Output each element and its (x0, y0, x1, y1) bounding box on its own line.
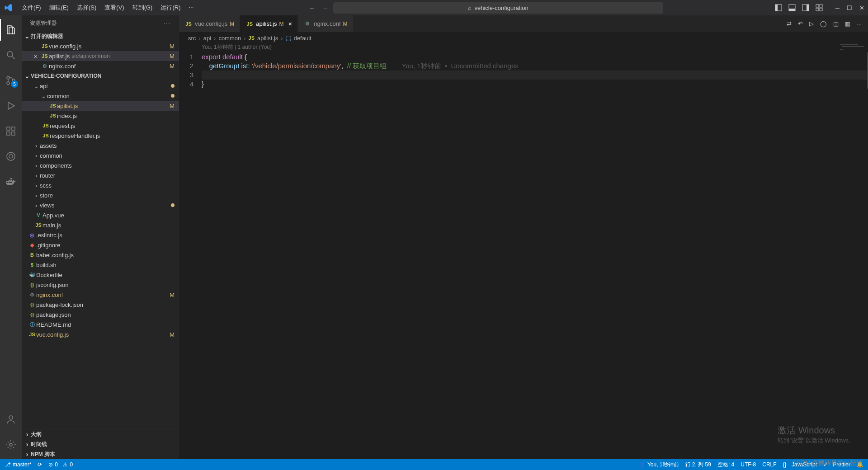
status-blame[interactable]: 👤You, 1秒钟前 (639, 461, 679, 469)
menu-more[interactable]: ··· (185, 2, 197, 14)
status-language[interactable]: {} JavaScript (783, 461, 817, 468)
file-apilist[interactable]: JSapilist.jsM (22, 101, 179, 111)
open-file-apilist[interactable]: × JS apilist.js src\api\common M (22, 51, 179, 61)
project-section[interactable]: ⌄VEHICLE-CONFIGURATION (22, 71, 179, 81)
layout-toggle-primary-icon[interactable] (775, 4, 782, 11)
file-request[interactable]: JSrequest.js (22, 121, 179, 131)
file-responsehandler[interactable]: JSresponseHandler.js (22, 131, 179, 141)
file-appvue[interactable]: VApp.vue (22, 210, 179, 220)
file-mainjs[interactable]: JSmain.js (22, 220, 179, 230)
layout-toggle-secondary-icon[interactable] (802, 4, 809, 11)
svg-rect-9 (820, 8, 822, 11)
compare-icon[interactable]: ⇄ (787, 20, 792, 27)
menu-view[interactable]: 查看(V) (101, 2, 127, 14)
command-center[interactable]: ⌕ vehicle-configuration (333, 2, 663, 14)
run-icon[interactable]: ▷ (809, 20, 814, 27)
menu-file[interactable]: 文件(F) (18, 2, 45, 14)
bc-symbol[interactable]: default (294, 35, 311, 42)
split-icon[interactable]: ◫ (833, 20, 839, 27)
more-icon[interactable]: ··· (857, 20, 862, 27)
search-placeholder: vehicle-configuration (474, 5, 528, 11)
activity-remote[interactable] (0, 146, 22, 167)
status-notifications[interactable]: 🔔 (857, 461, 863, 468)
folder-views[interactable]: ›views (22, 200, 179, 210)
file-gitignore[interactable]: ◆.gitignore (22, 240, 179, 250)
folder-store[interactable]: ›store (22, 190, 179, 200)
status-eol[interactable]: CRLF (762, 461, 776, 468)
file-eslintrc[interactable]: ◎.eslintrc.js (22, 230, 179, 240)
close-icon[interactable]: × (288, 20, 292, 28)
activity-extensions[interactable] (0, 120, 22, 142)
maximize-icon[interactable]: ☐ (847, 5, 852, 11)
file-build[interactable]: $build.sh (22, 260, 179, 270)
bc-api[interactable]: api (203, 35, 211, 42)
folder-api[interactable]: ⌄api (22, 81, 179, 91)
status-problems[interactable]: ⊘0 ⚠0 (48, 461, 73, 468)
menu-go[interactable]: 转到(G) (129, 2, 156, 14)
activity-search[interactable] (0, 44, 22, 66)
code-lines[interactable]: export default { getGroupList: '/vehicle… (202, 43, 868, 459)
folder-scss[interactable]: ›scss (22, 180, 179, 190)
close-icon[interactable]: ✕ (859, 5, 864, 11)
tree-label: apilist.js (57, 103, 78, 109)
open-editors-section[interactable]: ⌄打开的编辑器 (22, 31, 179, 41)
timeline-section[interactable]: ›时间线 (22, 439, 179, 449)
menu-edit[interactable]: 编辑(E) (46, 2, 72, 14)
activity-explorer[interactable] (0, 19, 22, 41)
revert-icon[interactable]: ↶ (798, 20, 803, 27)
file-jsconfig[interactable]: {}jsconfig.json (22, 280, 179, 290)
layout-toggle-panel-icon[interactable] (788, 4, 796, 11)
bc-file[interactable]: apilist.js (257, 35, 278, 42)
bc-common[interactable]: common (218, 35, 241, 42)
folder-common[interactable]: ⌄common (22, 91, 179, 101)
npm-section[interactable]: ›NPM 脚本 (22, 449, 179, 459)
open-file-nginx[interactable]: × ⚙ nginx.conf M (22, 61, 179, 71)
file-readme[interactable]: ⓘREADME.md (22, 320, 179, 329)
menu-select[interactable]: 选择(S) (73, 2, 100, 14)
tab-nginx[interactable]: ⚙nginx.confM (298, 15, 353, 32)
activity-debug[interactable] (0, 95, 22, 117)
code-token: // 获取项目组 (347, 62, 387, 70)
layout-icon[interactable]: ▥ (845, 20, 850, 27)
folder-components[interactable]: ›components (22, 160, 179, 170)
file-docker[interactable]: 🐳Dockerfile (22, 270, 179, 280)
chevron-right-icon: › (33, 172, 40, 179)
file-babel[interactable]: Bbabel.config.js (22, 250, 179, 260)
bc-src[interactable]: src (188, 35, 196, 42)
minimap[interactable] (840, 44, 867, 50)
file-pkglock[interactable]: {}package-lock.json (22, 300, 179, 310)
nav-forward-icon[interactable]: → (322, 4, 329, 12)
status-branch[interactable]: ⎇master* (5, 461, 31, 468)
status-encoding[interactable]: UTF-8 (741, 461, 756, 468)
status-indent[interactable]: 空格: 4 (717, 461, 734, 469)
file-vuecfg[interactable]: JSvue.config.jsM (22, 329, 179, 339)
folder-common2[interactable]: ›common (22, 150, 179, 160)
folder-assets[interactable]: ›assets (22, 141, 179, 150)
outline-section[interactable]: ›大纲 (22, 429, 179, 439)
breadcrumbs[interactable]: src› api› common› JSapilist.js› ⬚default (179, 33, 868, 43)
activity-scm[interactable]: 5 (0, 70, 22, 91)
layout-customize-icon[interactable] (816, 4, 823, 11)
close-icon[interactable]: × (31, 52, 41, 60)
modified-badge: M (170, 53, 175, 60)
file-index[interactable]: JSindex.js (22, 111, 179, 121)
open-file-vueconfig[interactable]: × JS vue.config.js M (22, 41, 179, 51)
folder-router[interactable]: ›router (22, 170, 179, 180)
status-sync[interactable]: ⟳ (38, 461, 42, 468)
circle-icon[interactable]: ◯ (820, 20, 827, 27)
status-cursor[interactable]: 行 2, 列 59 (685, 461, 711, 469)
file-pkg[interactable]: {}package.json (22, 310, 179, 320)
tab-vueconfig[interactable]: JSvue.config.jsM (179, 15, 240, 32)
explorer-more-icon[interactable]: ··· (164, 20, 171, 27)
activity-settings[interactable] (0, 434, 22, 456)
activity-account[interactable] (0, 409, 22, 430)
tab-apilist[interactable]: JSapilist.jsM× (240, 15, 298, 32)
activity-docker[interactable] (0, 171, 22, 193)
code-editor[interactable]: You, 1秒钟前 | 1 author (You) 1 2 3 4 expor… (179, 43, 868, 459)
svg-rect-18 (12, 127, 15, 130)
menu-run[interactable]: 运行(R) (157, 2, 184, 14)
minimize-icon[interactable]: ─ (835, 5, 840, 11)
file-nginx[interactable]: ⚙nginx.confM (22, 290, 179, 300)
status-prettier[interactable]: ✓ Prettier (823, 461, 850, 468)
nav-back-icon[interactable]: ← (309, 4, 316, 12)
